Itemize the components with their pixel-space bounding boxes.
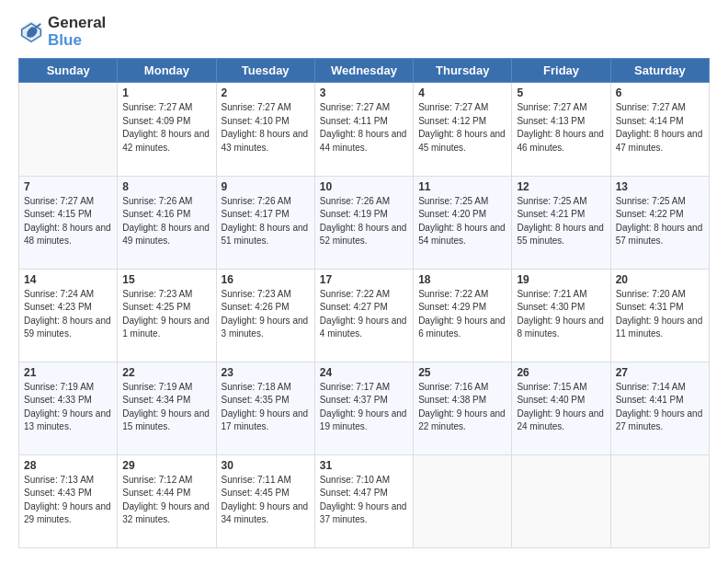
calendar-cell: 11Sunrise: 7:25 AM Sunset: 4:20 PM Dayli… xyxy=(414,176,512,269)
day-number: 30 xyxy=(222,459,310,472)
calendar-cell: 29Sunrise: 7:12 AM Sunset: 4:44 PM Dayli… xyxy=(118,454,216,547)
day-number: 31 xyxy=(320,459,408,472)
day-number: 1 xyxy=(122,86,210,99)
calendar-cell: 8Sunrise: 7:26 AM Sunset: 4:16 PM Daylig… xyxy=(118,176,216,269)
calendar-cell xyxy=(19,83,118,176)
calendar-week-row: 1Sunrise: 7:27 AM Sunset: 4:09 PM Daylig… xyxy=(19,83,710,176)
calendar-cell: 24Sunrise: 7:17 AM Sunset: 4:37 PM Dayli… xyxy=(314,362,413,454)
day-info: Sunrise: 7:17 AM Sunset: 4:37 PM Dayligh… xyxy=(320,381,408,434)
calendar-cell: 7Sunrise: 7:27 AM Sunset: 4:15 PM Daylig… xyxy=(19,176,118,269)
calendar-cell: 23Sunrise: 7:18 AM Sunset: 4:35 PM Dayli… xyxy=(216,362,314,454)
weekday-header-wednesday: Wednesday xyxy=(314,59,413,83)
calendar-cell: 1Sunrise: 7:27 AM Sunset: 4:09 PM Daylig… xyxy=(118,83,216,176)
day-info: Sunrise: 7:24 AM Sunset: 4:23 PM Dayligh… xyxy=(24,288,112,341)
day-info: Sunrise: 7:19 AM Sunset: 4:34 PM Dayligh… xyxy=(122,381,210,434)
weekday-header-friday: Friday xyxy=(512,59,610,83)
day-number: 5 xyxy=(517,86,605,99)
calendar-cell: 26Sunrise: 7:15 AM Sunset: 4:40 PM Dayli… xyxy=(512,362,610,454)
weekday-header-sunday: Sunday xyxy=(19,59,118,83)
day-number: 27 xyxy=(616,366,704,379)
day-info: Sunrise: 7:12 AM Sunset: 4:44 PM Dayligh… xyxy=(122,474,210,527)
day-info: Sunrise: 7:23 AM Sunset: 4:26 PM Dayligh… xyxy=(222,288,310,341)
weekday-header-thursday: Thursday xyxy=(414,59,512,83)
day-number: 13 xyxy=(616,180,704,193)
day-number: 21 xyxy=(24,366,112,379)
header: General Blue xyxy=(18,15,710,49)
calendar-week-row: 21Sunrise: 7:19 AM Sunset: 4:33 PM Dayli… xyxy=(19,362,710,454)
calendar-cell: 18Sunrise: 7:22 AM Sunset: 4:29 PM Dayli… xyxy=(414,269,512,362)
day-number: 28 xyxy=(24,459,112,472)
day-number: 22 xyxy=(122,366,210,379)
day-number: 7 xyxy=(24,180,112,193)
day-number: 12 xyxy=(517,180,605,193)
day-info: Sunrise: 7:27 AM Sunset: 4:10 PM Dayligh… xyxy=(222,101,310,155)
day-number: 10 xyxy=(320,180,408,193)
day-info: Sunrise: 7:14 AM Sunset: 4:41 PM Dayligh… xyxy=(616,381,704,434)
calendar-cell: 6Sunrise: 7:27 AM Sunset: 4:14 PM Daylig… xyxy=(610,83,709,176)
day-info: Sunrise: 7:22 AM Sunset: 4:27 PM Dayligh… xyxy=(320,288,408,341)
calendar-cell: 19Sunrise: 7:21 AM Sunset: 4:30 PM Dayli… xyxy=(512,269,610,362)
calendar-cell: 16Sunrise: 7:23 AM Sunset: 4:26 PM Dayli… xyxy=(216,269,314,362)
day-number: 3 xyxy=(320,86,408,99)
day-number: 16 xyxy=(222,273,310,286)
weekday-header-saturday: Saturday xyxy=(610,59,709,83)
day-number: 8 xyxy=(122,180,210,193)
calendar-cell: 10Sunrise: 7:26 AM Sunset: 4:19 PM Dayli… xyxy=(314,176,413,269)
day-info: Sunrise: 7:23 AM Sunset: 4:25 PM Dayligh… xyxy=(122,288,210,341)
calendar-week-row: 14Sunrise: 7:24 AM Sunset: 4:23 PM Dayli… xyxy=(19,269,710,362)
day-info: Sunrise: 7:27 AM Sunset: 4:11 PM Dayligh… xyxy=(320,101,408,155)
calendar-cell: 9Sunrise: 7:26 AM Sunset: 4:17 PM Daylig… xyxy=(216,176,314,269)
calendar-cell xyxy=(610,454,709,547)
day-info: Sunrise: 7:13 AM Sunset: 4:43 PM Dayligh… xyxy=(24,474,112,527)
page: General Blue SundayMondayTuesdayWednesda… xyxy=(0,0,728,563)
day-info: Sunrise: 7:20 AM Sunset: 4:31 PM Dayligh… xyxy=(616,288,704,341)
day-number: 4 xyxy=(418,86,506,99)
calendar-cell xyxy=(512,454,610,547)
calendar-cell: 15Sunrise: 7:23 AM Sunset: 4:25 PM Dayli… xyxy=(118,269,216,362)
calendar-cell: 17Sunrise: 7:22 AM Sunset: 4:27 PM Dayli… xyxy=(314,269,413,362)
calendar-cell: 27Sunrise: 7:14 AM Sunset: 4:41 PM Dayli… xyxy=(610,362,709,454)
day-info: Sunrise: 7:25 AM Sunset: 4:20 PM Dayligh… xyxy=(418,195,506,248)
day-number: 26 xyxy=(517,366,605,379)
day-number: 23 xyxy=(222,366,310,379)
calendar-cell: 2Sunrise: 7:27 AM Sunset: 4:10 PM Daylig… xyxy=(216,83,314,176)
day-info: Sunrise: 7:16 AM Sunset: 4:38 PM Dayligh… xyxy=(418,381,506,434)
day-info: Sunrise: 7:26 AM Sunset: 4:19 PM Dayligh… xyxy=(320,195,408,248)
weekday-header-monday: Monday xyxy=(118,59,216,83)
day-number: 25 xyxy=(418,366,506,379)
calendar-cell: 28Sunrise: 7:13 AM Sunset: 4:43 PM Dayli… xyxy=(19,454,118,547)
day-number: 24 xyxy=(320,366,408,379)
day-number: 15 xyxy=(122,273,210,286)
day-info: Sunrise: 7:21 AM Sunset: 4:30 PM Dayligh… xyxy=(517,288,605,341)
logo-text: General Blue xyxy=(48,15,106,49)
calendar-cell: 21Sunrise: 7:19 AM Sunset: 4:33 PM Dayli… xyxy=(19,362,118,454)
day-info: Sunrise: 7:19 AM Sunset: 4:33 PM Dayligh… xyxy=(24,381,112,434)
day-info: Sunrise: 7:10 AM Sunset: 4:47 PM Dayligh… xyxy=(320,474,408,527)
calendar-cell: 30Sunrise: 7:11 AM Sunset: 4:45 PM Dayli… xyxy=(216,454,314,547)
weekday-header-row: SundayMondayTuesdayWednesdayThursdayFrid… xyxy=(19,59,710,83)
calendar-week-row: 7Sunrise: 7:27 AM Sunset: 4:15 PM Daylig… xyxy=(19,176,710,269)
calendar-table: SundayMondayTuesdayWednesdayThursdayFrid… xyxy=(18,58,710,548)
day-number: 14 xyxy=(24,273,112,286)
calendar-cell: 3Sunrise: 7:27 AM Sunset: 4:11 PM Daylig… xyxy=(314,83,413,176)
day-info: Sunrise: 7:18 AM Sunset: 4:35 PM Dayligh… xyxy=(222,381,310,434)
calendar-cell: 31Sunrise: 7:10 AM Sunset: 4:47 PM Dayli… xyxy=(314,454,413,547)
day-info: Sunrise: 7:27 AM Sunset: 4:13 PM Dayligh… xyxy=(517,101,605,155)
day-info: Sunrise: 7:27 AM Sunset: 4:12 PM Dayligh… xyxy=(418,101,506,155)
day-number: 29 xyxy=(122,459,210,472)
calendar-cell: 14Sunrise: 7:24 AM Sunset: 4:23 PM Dayli… xyxy=(19,269,118,362)
calendar-cell xyxy=(414,454,512,547)
day-number: 19 xyxy=(517,273,605,286)
calendar-cell: 22Sunrise: 7:19 AM Sunset: 4:34 PM Dayli… xyxy=(118,362,216,454)
day-info: Sunrise: 7:26 AM Sunset: 4:16 PM Dayligh… xyxy=(122,195,210,248)
calendar-cell: 4Sunrise: 7:27 AM Sunset: 4:12 PM Daylig… xyxy=(414,83,512,176)
calendar-cell: 25Sunrise: 7:16 AM Sunset: 4:38 PM Dayli… xyxy=(414,362,512,454)
weekday-header-tuesday: Tuesday xyxy=(216,59,314,83)
day-info: Sunrise: 7:25 AM Sunset: 4:21 PM Dayligh… xyxy=(517,195,605,248)
day-number: 11 xyxy=(418,180,506,193)
calendar-cell: 12Sunrise: 7:25 AM Sunset: 4:21 PM Dayli… xyxy=(512,176,610,269)
day-number: 20 xyxy=(616,273,704,286)
calendar-cell: 5Sunrise: 7:27 AM Sunset: 4:13 PM Daylig… xyxy=(512,83,610,176)
day-info: Sunrise: 7:22 AM Sunset: 4:29 PM Dayligh… xyxy=(418,288,506,341)
day-info: Sunrise: 7:15 AM Sunset: 4:40 PM Dayligh… xyxy=(517,381,605,434)
